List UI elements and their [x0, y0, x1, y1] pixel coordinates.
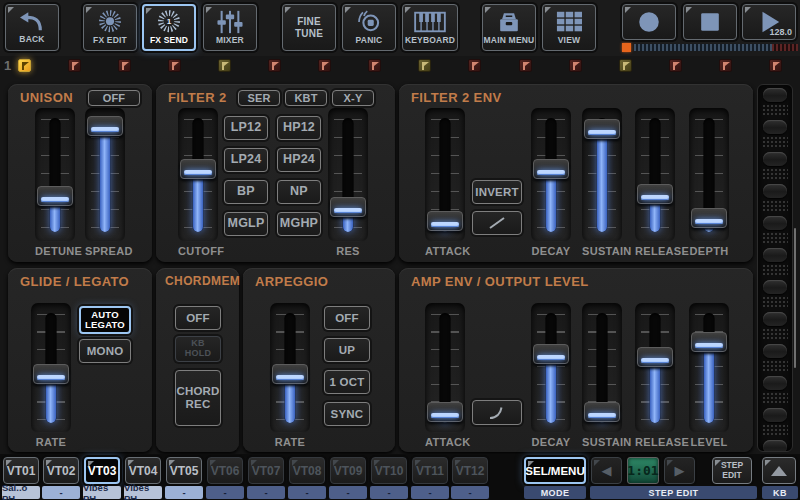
track-tab-vt02[interactable]: VT02	[43, 457, 79, 484]
slider-spread[interactable]: SPREAD	[85, 108, 125, 242]
mixer-button[interactable]: MIXER	[203, 4, 257, 51]
fx-edit-button[interactable]: FX EDIT	[83, 4, 137, 51]
back-button[interactable]: BACK	[5, 4, 59, 51]
step-indicator-1[interactable]	[18, 59, 31, 72]
step-indicator-3[interactable]	[118, 59, 131, 72]
track-tab-vt06[interactable]: VT06	[207, 457, 243, 484]
step-indicator-16[interactable]	[769, 59, 782, 72]
track-tab-vt12[interactable]: VT12	[452, 457, 488, 484]
scroll-wheel[interactable]	[757, 84, 793, 452]
slider-sustain[interactable]: SUSTAIN	[582, 108, 622, 242]
step-indicator-2[interactable]	[68, 59, 81, 72]
track-tab-vt08[interactable]: VT08	[289, 457, 325, 484]
slider-decay[interactable]: DECAY	[531, 108, 571, 242]
filter2-env-invert-button[interactable]: INVERT	[472, 180, 522, 204]
step-indicator-5[interactable]	[218, 59, 231, 72]
play-button[interactable]: 128.0	[742, 4, 796, 40]
track-tab-vt07[interactable]: VT07	[248, 457, 284, 484]
slider-release[interactable]: RELEASE	[635, 303, 675, 433]
unison-off-button[interactable]: OFF	[88, 90, 140, 106]
arp-1oct-button[interactable]: 1 OCT	[324, 370, 370, 394]
step-indicator-15[interactable]	[719, 59, 732, 72]
kb-toggle-button[interactable]	[762, 457, 796, 484]
filter-type-mglp[interactable]: MGLP	[224, 212, 268, 236]
sel-menu-button[interactable]: SEL/MENU	[524, 457, 586, 484]
slider-release[interactable]: RELEASE	[635, 108, 675, 242]
mono-button[interactable]: MONO	[79, 339, 131, 363]
track-tab-vt09[interactable]: VT09	[330, 457, 366, 484]
slider-handle[interactable]	[427, 211, 463, 231]
step-indicator-14[interactable]	[669, 59, 682, 72]
filter2-toggle-ser[interactable]: SER	[238, 90, 280, 106]
chordmem-off-button[interactable]: OFF	[175, 306, 221, 330]
slider-rate[interactable]: RATE	[31, 303, 71, 433]
slider-handle[interactable]	[584, 402, 620, 422]
record-button[interactable]	[622, 4, 676, 40]
slider-handle[interactable]	[33, 364, 69, 384]
slider-level[interactable]: LEVEL	[689, 303, 729, 433]
track-tab-vt11[interactable]: VT11	[412, 457, 448, 484]
slider-depth[interactable]: DEPTH	[689, 108, 729, 242]
filter-type-lp12[interactable]: LP12	[224, 116, 268, 140]
track-tab-vt01[interactable]: VT01	[3, 457, 39, 484]
slider-handle[interactable]	[691, 208, 727, 228]
step-indicator-8[interactable]	[368, 59, 381, 72]
slider-decay[interactable]: DECAY	[531, 303, 571, 433]
slider-handle[interactable]	[87, 116, 123, 136]
arp-up-button[interactable]: UP	[324, 338, 370, 362]
step-edit-button[interactable]: STEP EDIT	[712, 457, 752, 484]
step-indicator-12[interactable]	[569, 59, 582, 72]
fine-tune-button[interactable]: FINE TUNE	[282, 4, 336, 51]
stop-button[interactable]	[683, 4, 737, 40]
slider-handle[interactable]	[637, 184, 673, 204]
filter-type-bp[interactable]: BP	[224, 180, 268, 204]
main-menu-button[interactable]: MAIN MENU	[482, 4, 536, 51]
slider-res[interactable]: RES	[328, 108, 368, 242]
step-indicator-7[interactable]	[318, 59, 331, 72]
filter-type-lp24[interactable]: LP24	[224, 148, 268, 172]
view-button[interactable]: VIEW	[542, 4, 596, 51]
slider-detune[interactable]: DETUNE	[35, 108, 75, 242]
panic-button[interactable]: PANIC	[342, 4, 396, 51]
filter-type-np[interactable]: NP	[277, 180, 321, 204]
auto-legato-button[interactable]: AUTO LEGATO	[79, 306, 131, 334]
kb-hold-button[interactable]: KB HOLD	[175, 336, 221, 362]
arp-sync-button[interactable]: SYNC	[324, 402, 370, 426]
keyboard-button[interactable]: KEYBOARD	[402, 4, 458, 51]
step-indicator-13[interactable]	[619, 59, 632, 72]
track-tab-vt10[interactable]: VT10	[371, 457, 407, 484]
slider-handle[interactable]	[272, 364, 308, 384]
filter2-toggle-x-y[interactable]: X-Y	[332, 90, 374, 106]
slider-handle[interactable]	[533, 344, 569, 364]
slider-handle[interactable]	[427, 402, 463, 422]
slider-handle[interactable]	[533, 159, 569, 179]
step-prev-button[interactable]: ◀	[591, 457, 622, 484]
chord-rec-button[interactable]: CHORD REC	[175, 370, 221, 426]
amp-env-curve-button[interactable]	[472, 400, 522, 425]
step-indicator-4[interactable]	[168, 59, 181, 72]
filter2-toggle-kbt[interactable]: KBT	[285, 90, 327, 106]
arp-off-button[interactable]: OFF	[324, 306, 370, 330]
slider-handle[interactable]	[584, 119, 620, 139]
song-progress-bar[interactable]	[622, 43, 798, 52]
slider-sustain[interactable]: SUSTAIN	[582, 303, 622, 433]
filter-type-mghp[interactable]: MGHP	[277, 212, 321, 236]
step-indicator-11[interactable]	[519, 59, 532, 72]
slider-attack[interactable]: ATTACK	[425, 108, 465, 242]
slider-rate[interactable]: RATE	[270, 303, 310, 433]
slider-handle[interactable]	[180, 159, 216, 179]
track-tab-vt03[interactable]: VT03	[84, 457, 120, 484]
slider-handle[interactable]	[37, 186, 73, 206]
filter-type-hp12[interactable]: HP12	[277, 116, 321, 140]
step-indicator-6[interactable]	[268, 59, 281, 72]
filter2-env-slope-button[interactable]	[472, 211, 522, 235]
slider-handle[interactable]	[330, 197, 366, 217]
step-indicator-9[interactable]	[418, 59, 431, 72]
step-next-button[interactable]: ▶	[664, 457, 695, 484]
slider-cutoff[interactable]: CUTOFF	[178, 108, 218, 242]
step-indicator-10[interactable]	[468, 59, 481, 72]
slider-attack[interactable]: ATTACK	[425, 303, 465, 433]
slider-handle[interactable]	[691, 332, 727, 352]
filter-type-hp24[interactable]: HP24	[277, 148, 321, 172]
track-tab-vt05[interactable]: VT05	[166, 457, 202, 484]
